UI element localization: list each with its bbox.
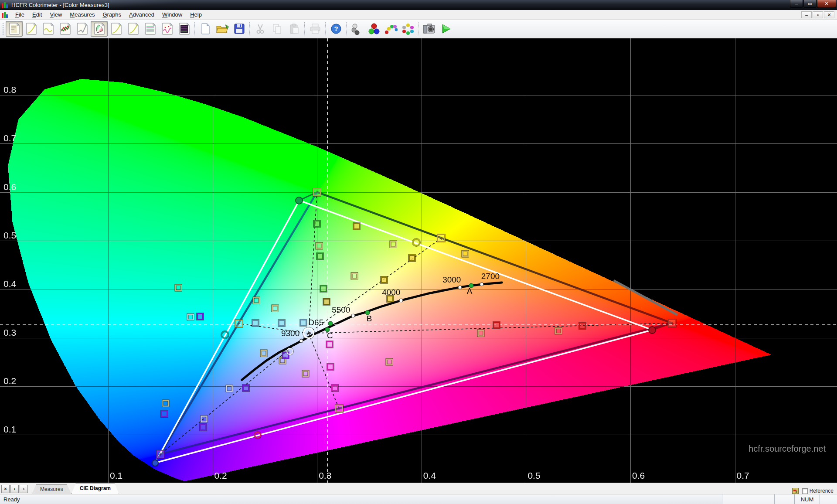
reference-cyan-corner: + bbox=[235, 320, 243, 327]
toolbar-grayscale-spheres[interactable] bbox=[348, 21, 365, 37]
document-icon bbox=[2, 12, 9, 18]
measured-white-ring bbox=[303, 327, 314, 339]
close-button[interactable]: ✕ bbox=[817, 0, 836, 8]
y-axis-tick-label: 0.5 bbox=[3, 230, 16, 241]
toolbar-noise-curve[interactable] bbox=[159, 21, 176, 37]
reference-checkbox[interactable]: Reference bbox=[802, 488, 834, 494]
measured-point-yellow[interactable] bbox=[381, 276, 388, 283]
measured-green-primary[interactable] bbox=[295, 197, 303, 204]
window-title: HCFR Colorimeter - [Color Measures3] bbox=[11, 2, 109, 8]
secondary-white-ring bbox=[286, 348, 293, 355]
reference-gamut-edge-bottom bbox=[160, 323, 672, 454]
measured-point-yellow[interactable] bbox=[353, 223, 360, 230]
gray-locus-segment bbox=[614, 280, 677, 315]
mdi-restore-button[interactable]: ▫ bbox=[813, 11, 823, 18]
toolbar-rgb-levels[interactable] bbox=[57, 21, 74, 37]
cie-diagram-plot[interactable]: ++++++9300D65C5500B40003000A2700 hcfr.so… bbox=[0, 38, 837, 483]
menu-graphs[interactable]: Graphs bbox=[99, 10, 125, 19]
saturation-line-green bbox=[309, 192, 317, 334]
measured-point-khaki[interactable] bbox=[323, 298, 330, 305]
menu-edit[interactable]: Edit bbox=[28, 10, 46, 19]
mdi-minimize-button[interactable]: – bbox=[801, 11, 812, 18]
measured-point-magenta[interactable] bbox=[327, 363, 334, 370]
reference-blue-corner: + bbox=[157, 450, 164, 458]
toolbar-cut-scissors[interactable] bbox=[252, 21, 269, 37]
mdi-close-button[interactable]: ✕ bbox=[824, 11, 834, 18]
tab-nav-close-view[interactable]: × bbox=[1, 485, 10, 493]
toolbar-print-printer[interactable] bbox=[306, 21, 323, 37]
measured-point-magenta[interactable] bbox=[326, 341, 333, 348]
toolbar-copy-pages[interactable] bbox=[269, 21, 286, 37]
measured-point-cyan[interactable] bbox=[252, 320, 259, 327]
toolbar-rgb-spheres[interactable] bbox=[365, 21, 382, 37]
toolbar-curve-secondary-a[interactable] bbox=[108, 21, 125, 37]
measured-point-purple[interactable] bbox=[197, 313, 204, 320]
saturation-reference-point bbox=[390, 241, 397, 247]
menu-bar: FileEditViewMeasuresGraphsAdvancedWindow… bbox=[0, 10, 837, 20]
toolbar-measures-sheet[interactable] bbox=[6, 21, 23, 37]
measured-point-green[interactable] bbox=[313, 220, 320, 227]
measured-gamut-triangle bbox=[155, 201, 652, 463]
x-axis-tick-label: 0.1 bbox=[110, 470, 122, 481]
toolbar-help-question[interactable]: ? bbox=[327, 21, 344, 37]
toolbar-new-document[interactable] bbox=[197, 21, 214, 37]
toolbar-spectrum-view[interactable] bbox=[176, 21, 193, 37]
toolbar-open-folder[interactable] bbox=[214, 21, 231, 37]
title-bar[interactable]: HCFR Colorimeter - [Color Measures3] –▭✕ bbox=[0, 0, 837, 10]
measured-point-green[interactable] bbox=[316, 253, 323, 260]
tab-cie-diagram[interactable]: CIE Diagram bbox=[71, 484, 119, 494]
saturation-reference-point bbox=[272, 305, 279, 311]
saturation-reference-point bbox=[162, 400, 169, 406]
measured-blue-primary[interactable] bbox=[152, 460, 159, 467]
menu-help[interactable]: Help bbox=[186, 10, 206, 19]
tab-nav-scroll-right[interactable]: › bbox=[20, 485, 28, 493]
app-icon bbox=[2, 2, 9, 8]
measured-point-cyan[interactable] bbox=[278, 320, 285, 327]
gray-reference-point bbox=[226, 385, 232, 392]
measured-point-purple[interactable] bbox=[200, 424, 207, 431]
measured-point-purple[interactable] bbox=[161, 410, 168, 417]
status-panel bbox=[722, 494, 774, 504]
measured-point-yellow[interactable] bbox=[408, 255, 415, 262]
toolbar-saturation-sphere-arc[interactable] bbox=[382, 21, 399, 37]
menu-window[interactable]: Window bbox=[158, 10, 186, 19]
tab-nav-scroll-left[interactable]: ‹ bbox=[10, 485, 19, 493]
temperature-dot-9300 bbox=[299, 339, 303, 343]
reference-gamut-edge-top bbox=[317, 192, 672, 324]
menu-advanced[interactable]: Advanced bbox=[125, 10, 158, 19]
temperature-dot-3000 bbox=[458, 285, 462, 289]
measured-point-cyan[interactable] bbox=[300, 319, 307, 326]
toolbar-paste-clipboard[interactable] bbox=[286, 21, 303, 37]
menu-measures[interactable]: Measures bbox=[66, 10, 99, 19]
tab-measures[interactable]: Measures bbox=[32, 484, 71, 494]
checkbox-box[interactable] bbox=[802, 488, 808, 494]
toolbar-response-curve[interactable] bbox=[74, 21, 91, 37]
saturation-reference-point bbox=[478, 330, 484, 337]
y-axis-tick-label: 0.3 bbox=[3, 327, 16, 338]
measured-point-red[interactable] bbox=[579, 322, 586, 329]
menu-view[interactable]: View bbox=[46, 10, 66, 19]
measured-point-green[interactable] bbox=[320, 285, 327, 292]
x-axis-tick-label: 0.6 bbox=[632, 470, 645, 481]
measured-point-magenta[interactable] bbox=[331, 385, 338, 392]
measured-point-red[interactable] bbox=[493, 322, 500, 329]
measured-point-purple[interactable] bbox=[242, 385, 249, 392]
toolbar-capture-camera[interactable] bbox=[420, 21, 437, 37]
menu-file[interactable]: File bbox=[11, 10, 28, 19]
locus-label-C: C bbox=[327, 331, 333, 341]
toolbar-run-measure-play[interactable] bbox=[437, 21, 454, 37]
toolbar-gamma-curve[interactable] bbox=[23, 21, 40, 37]
toolbar-rgb-multilines[interactable] bbox=[142, 21, 159, 37]
measured-red-primary[interactable] bbox=[648, 326, 656, 334]
minimize-button[interactable]: – bbox=[790, 0, 803, 8]
saturation-reference-point bbox=[555, 327, 561, 334]
toolbar-curve-secondary-b[interactable] bbox=[125, 21, 142, 37]
maximize-button[interactable]: ▭ bbox=[803, 0, 817, 8]
toolbar-save-floppy[interactable] bbox=[231, 21, 248, 37]
reference-red-corner: + bbox=[668, 319, 676, 327]
gamut-overlay bbox=[0, 38, 837, 483]
toolbar-cie-diagram[interactable] bbox=[91, 21, 108, 37]
toolbar-luminance-curve[interactable] bbox=[40, 21, 57, 37]
toolbar-colorchecker-sphere-ring[interactable] bbox=[399, 21, 416, 37]
toolbar-separator bbox=[418, 22, 418, 35]
